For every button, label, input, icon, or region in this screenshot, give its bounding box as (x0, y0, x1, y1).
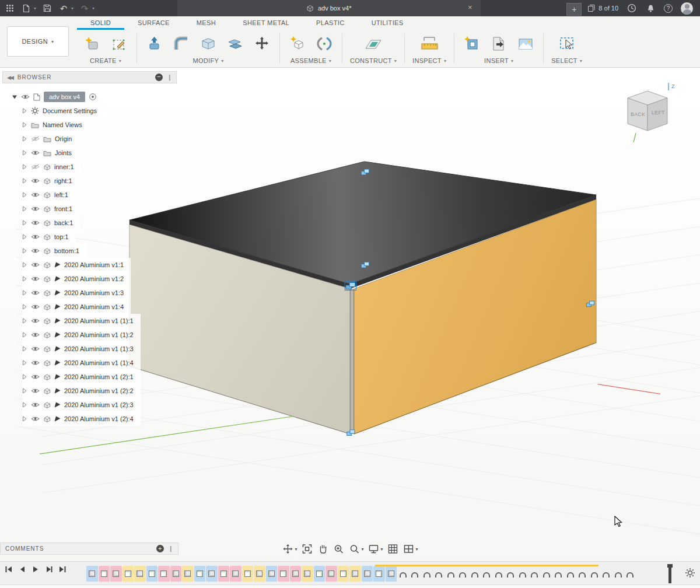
construct-dropdown[interactable]: CONSTRUCT (350, 57, 397, 67)
view-cube[interactable]: Z BACK LEFT (616, 80, 684, 148)
browser-row[interactable]: bottom:1 (22, 244, 86, 258)
timeline-feature[interactable] (278, 566, 289, 582)
redo-icon[interactable]: ↷ (79, 2, 90, 15)
collapse-browser-icon[interactable] (155, 74, 163, 81)
browser-row[interactable]: back:1 (22, 216, 80, 230)
new-solid-button[interactable] (82, 33, 102, 54)
expand-arrow-icon[interactable] (22, 388, 27, 394)
timeline-feature[interactable] (266, 566, 278, 582)
browser-row[interactable]: 2020 Aluminium v1:1 (22, 258, 131, 272)
timeline-feature[interactable] (589, 566, 600, 582)
timeline-feature[interactable] (553, 566, 565, 582)
timeline-feature[interactable] (242, 566, 254, 582)
visibility-eye-icon[interactable] (31, 332, 40, 338)
browser-row[interactable]: front:1 (22, 202, 79, 216)
tab-solid[interactable]: SOLID (77, 19, 124, 30)
timeline-feature[interactable] (457, 566, 469, 582)
viewports-caret-icon[interactable]: ▾ (416, 547, 418, 552)
visibility-eye-icon[interactable] (31, 192, 40, 198)
notifications-bell-icon[interactable] (645, 2, 656, 15)
timeline-feature[interactable] (445, 566, 457, 582)
tab-mesh[interactable]: MESH (183, 19, 229, 30)
insert-dropdown[interactable]: INSERT (484, 57, 513, 67)
expand-arrow-icon[interactable] (22, 164, 27, 170)
timeline-feature[interactable] (134, 566, 146, 582)
workspace-selector[interactable]: DESIGN (7, 26, 69, 57)
browser-root-label[interactable]: adv box v4 (44, 92, 85, 102)
browser-row[interactable]: 2020 Aluminium v1 (2):3 (22, 398, 141, 412)
add-comment-icon[interactable] (156, 545, 164, 552)
close-tab-icon[interactable] (466, 3, 475, 12)
visibility-eye-icon[interactable] (31, 178, 40, 184)
3d-viewport[interactable]: Z BACK LEFT ◀◀ BROWSER ❙ (0, 68, 700, 561)
timeline-feature[interactable] (612, 566, 624, 582)
insert-svg-button[interactable] (462, 33, 482, 54)
browser-row[interactable]: Named Views (22, 118, 89, 132)
tab-surface[interactable]: SURFACE (124, 19, 183, 30)
shell-button[interactable] (198, 33, 218, 54)
expand-arrow-icon[interactable] (22, 192, 27, 198)
expand-arrow-icon[interactable] (22, 136, 27, 142)
measure-button[interactable] (419, 33, 439, 54)
select-dropdown[interactable]: SELECT (551, 57, 582, 67)
zoom-button[interactable]: ▾ (348, 543, 363, 555)
timeline-feature[interactable] (99, 566, 110, 582)
visibility-eye-icon[interactable] (31, 276, 40, 282)
display-settings-button[interactable]: ▾ (368, 543, 383, 555)
visibility-eye-icon[interactable] (31, 388, 40, 394)
file-menu-caret-icon[interactable]: ▾ (34, 6, 36, 11)
play-button[interactable] (32, 565, 40, 573)
visibility-eye-icon[interactable] (31, 304, 40, 310)
expand-arrow-icon[interactable] (22, 178, 27, 184)
visibility-eye-icon[interactable] (31, 220, 40, 226)
visibility-eye-icon[interactable] (31, 318, 40, 324)
timeline-feature[interactable] (386, 566, 397, 582)
browser-header[interactable]: ◀◀ BROWSER ❙ (2, 71, 177, 83)
browser-row[interactable]: 2020 Aluminium v1:4 (22, 300, 131, 314)
expand-arrow-icon[interactable] (22, 402, 27, 408)
expand-arrow-icon[interactable] (22, 374, 27, 380)
skip-to-end-button[interactable] (58, 565, 66, 573)
save-icon[interactable] (42, 2, 52, 15)
insert-mesh-button[interactable] (489, 33, 509, 54)
browser-row[interactable]: Joints (22, 146, 79, 160)
timeline-feature[interactable] (158, 566, 170, 582)
timeline-feature[interactable] (505, 566, 517, 582)
visibility-eye-icon[interactable] (31, 150, 40, 156)
expand-arrow-icon[interactable] (22, 346, 27, 352)
modify-dropdown[interactable]: MODIFY (193, 57, 224, 67)
viewports-button[interactable]: ▾ (403, 543, 418, 555)
timeline-feature[interactable] (194, 566, 206, 582)
timeline-feature[interactable] (338, 566, 349, 582)
timeline-feature[interactable] (565, 566, 576, 582)
browser-root-row[interactable]: adv box v4 (12, 90, 100, 104)
timeline-feature[interactable] (469, 566, 481, 582)
step-back-button[interactable] (18, 565, 26, 573)
visibility-eye-icon[interactable] (31, 360, 40, 366)
construct-plane-button[interactable] (363, 33, 383, 54)
comments-grip[interactable]: ❙ (169, 545, 173, 552)
timeline-feature[interactable] (433, 566, 445, 582)
activate-radio-icon[interactable] (89, 93, 97, 101)
box-corner-extrusion[interactable] (350, 289, 354, 434)
zoom-window-button[interactable] (332, 543, 344, 555)
user-avatar[interactable] (681, 2, 693, 15)
timeline-feature[interactable] (421, 566, 433, 582)
job-status[interactable]: 8 of 10 (587, 4, 618, 12)
tab-plastic[interactable]: PLASTIC (303, 19, 358, 30)
timeline-feature[interactable] (326, 566, 337, 582)
new-tab-button[interactable] (566, 3, 582, 16)
browser-row[interactable]: top:1 (22, 230, 75, 244)
visibility-eye-icon[interactable] (31, 262, 40, 268)
inspect-dropdown[interactable]: INSPECT (412, 57, 446, 67)
timeline-settings-gear-icon[interactable] (685, 568, 695, 580)
orbit-button[interactable]: ▾ (282, 543, 297, 555)
browser-row[interactable]: Document Settings (22, 104, 104, 118)
timeline-feature[interactable] (517, 566, 528, 582)
timeline-feature[interactable] (110, 566, 122, 582)
timeline-feature[interactable] (182, 566, 194, 582)
expand-arrow-icon[interactable] (22, 248, 27, 254)
grid-snaps-button[interactable] (387, 543, 399, 555)
timeline-feature[interactable] (230, 566, 242, 582)
expand-arrow-icon[interactable] (22, 276, 27, 282)
